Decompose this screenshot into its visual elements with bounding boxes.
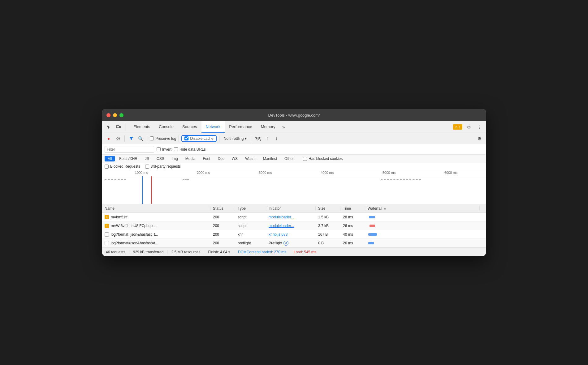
cell-initiator-2: moduleloader... bbox=[266, 224, 316, 228]
cell-waterfall-1 bbox=[365, 213, 480, 221]
initiator-link-3[interactable]: xhrio.js:683 bbox=[269, 232, 288, 237]
record-button[interactable]: ● bbox=[105, 135, 113, 143]
type-css-button[interactable]: CSS bbox=[153, 156, 167, 161]
download-button[interactable]: ↓ bbox=[272, 135, 280, 143]
cell-initiator-3: xhrio.js:683 bbox=[266, 232, 316, 237]
header-name: Name bbox=[102, 206, 210, 211]
preserve-log-checkbox[interactable] bbox=[150, 136, 154, 140]
status-finish: Finish: 4.84 s bbox=[204, 250, 234, 254]
dashed-line-2 bbox=[183, 179, 189, 180]
filter-icon-button[interactable] bbox=[127, 135, 135, 143]
tab-network[interactable]: Network bbox=[201, 121, 225, 133]
initiator-link-1[interactable]: moduleloader... bbox=[269, 215, 294, 219]
titlebar: DevTools - www.google.com/ bbox=[102, 109, 486, 121]
wifi-button[interactable]: ▲ bbox=[254, 135, 262, 143]
tick-3000: 3000 ms bbox=[259, 171, 272, 174]
filter-input[interactable] bbox=[105, 146, 154, 153]
hide-data-urls-checkbox[interactable] bbox=[174, 147, 178, 151]
blocked-requests-label[interactable]: Blocked Requests bbox=[105, 164, 140, 169]
script-icon-2: S bbox=[105, 224, 109, 228]
has-blocked-cookies-checkbox[interactable] bbox=[303, 157, 307, 161]
svg-text:▲: ▲ bbox=[259, 139, 261, 141]
type-media-button[interactable]: Media bbox=[182, 156, 199, 161]
header-initiator: Initiator bbox=[266, 206, 316, 211]
network-settings-button[interactable]: ⚙ bbox=[475, 135, 483, 143]
tab-memory[interactable]: Memory bbox=[257, 121, 280, 133]
timeline-area: 1000 ms 2000 ms 3000 ms 4000 ms 5000 ms … bbox=[102, 170, 486, 204]
notification-badge[interactable]: ⚠ 1 bbox=[453, 124, 462, 130]
status-transferred: 929 kB transferred bbox=[129, 250, 168, 254]
maximize-button[interactable] bbox=[119, 113, 123, 117]
settings-tab-button[interactable]: ⚙ bbox=[465, 123, 473, 131]
type-img-button[interactable]: Img bbox=[169, 156, 181, 161]
disable-cache-checkbox[interactable] bbox=[184, 136, 188, 140]
cell-waterfall-2 bbox=[365, 221, 480, 230]
type-wasm-button[interactable]: Wasm bbox=[242, 156, 259, 161]
third-party-checkbox[interactable] bbox=[145, 165, 149, 169]
tab-more-button[interactable]: » bbox=[280, 124, 288, 130]
cell-name-1: S m=bm51tf bbox=[102, 215, 210, 219]
device-toggle-button[interactable] bbox=[115, 123, 123, 131]
minimize-button[interactable] bbox=[113, 113, 117, 117]
cell-type-3: xhr bbox=[235, 232, 266, 237]
invert-label[interactable]: Invert bbox=[157, 147, 171, 152]
tick-4000: 4000 ms bbox=[321, 171, 334, 174]
table-row[interactable]: log?format=json&hasfast=t... 200 xhr xhr… bbox=[102, 230, 486, 239]
throttling-dropdown[interactable]: No throttling ▾ bbox=[222, 136, 249, 141]
clear-button[interactable]: ⊘ bbox=[114, 135, 122, 143]
upload-button[interactable]: ↑ bbox=[263, 135, 271, 143]
search-button[interactable]: 🔍 bbox=[136, 135, 145, 143]
traffic-lights bbox=[106, 113, 123, 117]
hide-data-urls-label[interactable]: Hide data URLs bbox=[174, 147, 206, 152]
svg-rect-1 bbox=[119, 126, 121, 128]
header-type: Type bbox=[235, 206, 266, 211]
devtools-body: Elements Console Sources Network Perform… bbox=[102, 121, 486, 256]
type-fetch-xhr-button[interactable]: Fetch/XHR bbox=[116, 156, 141, 161]
type-all-button[interactable]: All bbox=[105, 156, 115, 161]
has-blocked-cookies-label[interactable]: Has blocked cookies bbox=[303, 157, 343, 161]
tab-performance[interactable]: Performance bbox=[225, 121, 256, 133]
type-js-button[interactable]: JS bbox=[142, 156, 152, 161]
invert-checkbox[interactable] bbox=[157, 147, 161, 151]
tab-elements[interactable]: Elements bbox=[129, 121, 154, 133]
sort-icon: ▲ bbox=[383, 207, 387, 210]
cell-time-3: 40 ms bbox=[340, 232, 365, 237]
blocked-row: Blocked Requests 3rd-party requests bbox=[102, 163, 486, 170]
tick-1000: 1000 ms bbox=[135, 171, 148, 174]
initiator-link-2[interactable]: moduleloader... bbox=[269, 224, 294, 228]
table-row[interactable]: log?format=json&hasfast=t... 200 preflig… bbox=[102, 239, 486, 247]
cell-time-2: 26 ms bbox=[340, 224, 365, 228]
cell-size-3: 167 B bbox=[316, 232, 340, 237]
disable-cache-label[interactable]: Disable cache bbox=[184, 136, 213, 141]
close-button[interactable] bbox=[106, 113, 110, 117]
svg-rect-0 bbox=[116, 126, 119, 128]
table-row[interactable]: S m=bm51tf 200 script moduleloader... 1.… bbox=[102, 213, 486, 221]
tick-6000: 6000 ms bbox=[444, 171, 457, 174]
waterfall-bar-4 bbox=[368, 242, 374, 244]
preserve-log-label[interactable]: Preserve log bbox=[150, 136, 176, 141]
tab-sources[interactable]: Sources bbox=[178, 121, 201, 133]
cursor-icon-button[interactable] bbox=[105, 123, 113, 131]
type-other-button[interactable]: Other bbox=[281, 156, 297, 161]
toolbar-separator-4 bbox=[219, 135, 219, 142]
third-party-label[interactable]: 3rd-party requests bbox=[145, 164, 181, 169]
cell-name-3: log?format=json&hasfast=t... bbox=[102, 232, 210, 237]
toolbar-separator-3 bbox=[179, 135, 179, 142]
waterfall-bar-1 bbox=[369, 216, 375, 218]
status-dom-content-loaded: DOMContentLoaded: 270 ms bbox=[234, 250, 290, 254]
disable-cache-wrapper: Disable cache bbox=[181, 135, 216, 142]
cell-name-2: S m=Wt6vjf,hhhU8,FCpbqb,... bbox=[102, 224, 210, 228]
type-manifest-button[interactable]: Manifest bbox=[260, 156, 280, 161]
type-doc-button[interactable]: Doc bbox=[214, 156, 227, 161]
cell-name-4: log?format=json&hasfast=t... bbox=[102, 241, 210, 245]
type-ws-button[interactable]: WS bbox=[229, 156, 241, 161]
blocked-requests-checkbox[interactable] bbox=[105, 165, 109, 169]
toolbar-separator-1 bbox=[124, 135, 125, 142]
type-font-button[interactable]: Font bbox=[200, 156, 213, 161]
waterfall-bar-3 bbox=[368, 233, 377, 236]
more-vert-button[interactable]: ⋮ bbox=[475, 123, 483, 131]
tab-console[interactable]: Console bbox=[154, 121, 178, 133]
toolbar-separator-5 bbox=[251, 135, 251, 142]
header-time: Time bbox=[340, 206, 365, 211]
table-row[interactable]: S m=Wt6vjf,hhhU8,FCpbqb,... 200 script m… bbox=[102, 221, 486, 230]
